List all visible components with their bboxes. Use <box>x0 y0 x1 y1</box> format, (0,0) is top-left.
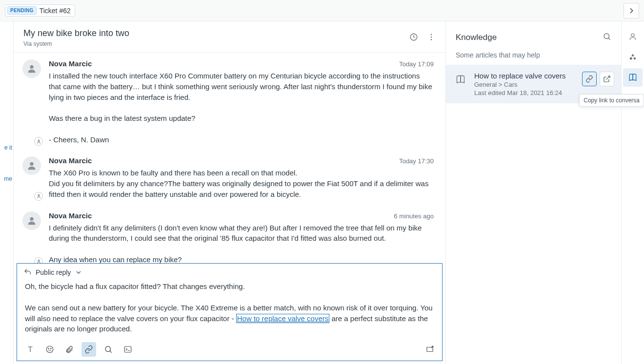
search-kb-button[interactable] <box>101 342 116 357</box>
history-button[interactable] <box>409 33 418 43</box>
reply-channel-selector[interactable]: Public reply <box>17 264 442 279</box>
rail-apps-button[interactable] <box>623 48 643 66</box>
message: Nova Marcic Today 17:09 I installed the … <box>18 55 439 152</box>
emoji-button[interactable] <box>42 342 57 357</box>
knowledge-search-button[interactable] <box>603 32 611 42</box>
svg-point-12 <box>51 348 52 349</box>
chevron-down-icon <box>75 268 82 276</box>
text-icon <box>26 345 35 354</box>
user-badge-icon <box>34 192 43 201</box>
composer-toolbar <box>17 339 442 361</box>
svg-point-2 <box>431 37 432 38</box>
reply-arrow-icon <box>24 268 32 276</box>
svg-point-3 <box>431 39 432 40</box>
conversation-scroll[interactable]: Nova Marcic Today 17:09 I installed the … <box>14 53 445 263</box>
user-icon <box>26 160 37 171</box>
svg-point-5 <box>38 140 40 141</box>
svg-point-8 <box>30 217 33 220</box>
external-link-icon <box>603 75 611 83</box>
message-author: Nova Marcic <box>49 59 92 68</box>
message: Nova Marcic 6 minutes ago I definitely d… <box>18 207 439 264</box>
svg-point-13 <box>105 346 111 352</box>
knowledge-subtitle: Some articles that may help <box>446 45 621 65</box>
user-badge-icon <box>34 257 43 264</box>
message-text: I installed the new touch interface X60 … <box>49 71 434 145</box>
message-time: Today 17:09 <box>399 60 434 68</box>
ticket-label: Ticket #62 <box>40 7 71 15</box>
conversation-header: My new bike broke into two Via system <box>14 21 445 53</box>
svg-point-22 <box>631 34 634 37</box>
svg-point-25 <box>634 57 636 60</box>
article-title: How to replace valve covers <box>474 72 576 80</box>
article-icon <box>453 72 468 87</box>
svg-rect-17 <box>427 347 433 352</box>
link-icon <box>84 345 93 354</box>
svg-line-21 <box>606 76 610 79</box>
open-article-button[interactable] <box>600 72 614 86</box>
message-text: I definitely didn't fit any delimiters (… <box>49 223 434 264</box>
left-fragment-1: e it <box>4 144 12 151</box>
conversation-column: My new bike broke into two Via system <box>14 21 446 364</box>
expand-icon <box>425 345 434 354</box>
paperclip-icon <box>65 345 74 354</box>
link-icon <box>585 75 593 83</box>
text-format-button[interactable] <box>23 342 38 357</box>
avatar <box>22 59 42 145</box>
clock-history-icon <box>409 33 418 41</box>
svg-point-9 <box>38 260 40 261</box>
inserted-article-link[interactable]: How to replace valve covers <box>236 314 330 323</box>
smile-icon <box>45 345 54 354</box>
svg-point-4 <box>30 65 33 69</box>
status-badge: PENDING <box>7 6 37 15</box>
knowledge-panel: Knowledge Some articles that may help Ho… <box>446 21 622 364</box>
search-icon <box>104 345 113 354</box>
chevron-right-icon <box>627 7 635 15</box>
svg-rect-24 <box>630 57 632 60</box>
message-author: Nova Marcic <box>49 211 92 220</box>
svg-line-20 <box>608 38 610 40</box>
message-time: Today 17:30 <box>399 157 434 165</box>
avatar <box>22 211 42 264</box>
svg-marker-23 <box>631 54 634 56</box>
svg-line-14 <box>110 351 112 353</box>
page-title: My new bike broke into two <box>23 28 129 38</box>
article-breadcrumb: General > Cars <box>474 81 576 88</box>
link-button[interactable] <box>81 342 96 357</box>
message-time: 6 minutes ago <box>394 212 434 220</box>
main-area: e it me My new bike broke into two Via s… <box>0 21 644 364</box>
attach-button[interactable] <box>62 342 77 357</box>
left-panel-collapsed[interactable]: e it me <box>0 21 14 364</box>
svg-point-6 <box>30 162 33 166</box>
svg-rect-15 <box>124 346 131 352</box>
expand-composer-button[interactable] <box>423 342 437 357</box>
svg-point-10 <box>46 346 53 353</box>
ticket-chip[interactable]: PENDING Ticket #62 <box>5 4 75 17</box>
more-button[interactable] <box>427 33 436 43</box>
message-author: Nova Marcic <box>49 156 92 165</box>
reply-composer: Public reply Oh, the bicycle had a flux … <box>17 263 443 361</box>
user-icon <box>26 63 37 74</box>
terminal-icon <box>123 345 132 354</box>
search-icon <box>603 32 611 41</box>
left-fragment-2: me <box>4 175 12 182</box>
knowledge-title: Knowledge <box>456 33 497 42</box>
user-badge-icon <box>34 137 43 146</box>
article-edited: Last edited Mar 18, 2021 16:24 <box>474 89 576 96</box>
rail-user-button[interactable] <box>623 27 643 46</box>
next-button[interactable] <box>624 3 639 19</box>
copy-article-link-button[interactable] <box>582 72 597 86</box>
macro-button[interactable] <box>121 342 135 357</box>
more-vertical-icon <box>427 33 436 41</box>
reply-channel-label: Public reply <box>36 268 71 276</box>
svg-point-19 <box>604 34 609 39</box>
avatar <box>22 156 42 199</box>
shapes-icon <box>628 53 637 61</box>
user-icon <box>628 32 637 41</box>
reply-textarea[interactable]: Oh, the bicycle had a flux capacitor fit… <box>17 279 442 339</box>
rail-knowledge-button[interactable] <box>623 68 643 87</box>
message: Nova Marcic Today 17:30 The X60 Pro is k… <box>18 152 439 206</box>
book-icon <box>628 73 637 82</box>
via-channel: Via system <box>23 40 129 47</box>
topbar: PENDING Ticket #62 <box>0 0 644 21</box>
side-rail <box>622 21 644 364</box>
